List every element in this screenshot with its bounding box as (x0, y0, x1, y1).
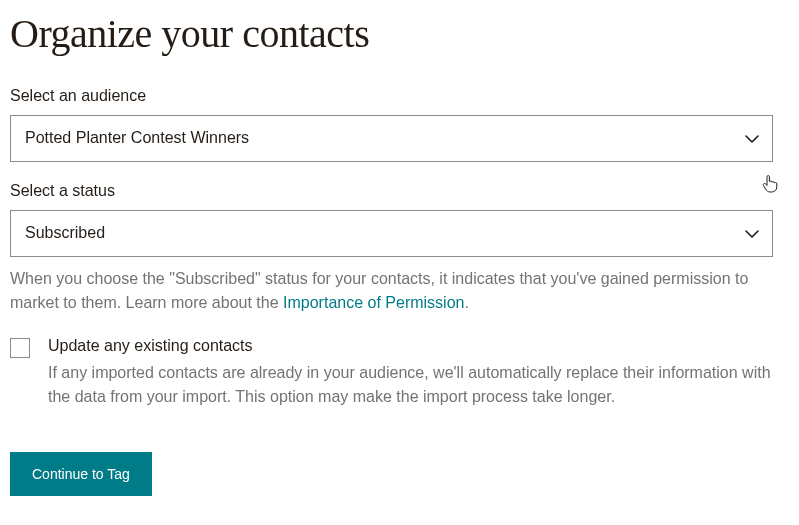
status-select-wrapper: Subscribed (10, 210, 773, 257)
audience-select[interactable]: Potted Planter Contest Winners (10, 115, 773, 162)
audience-select-wrapper: Potted Planter Contest Winners (10, 115, 773, 162)
status-select-value: Subscribed (25, 224, 105, 241)
update-existing-row: Update any existing contacts If any impo… (10, 337, 789, 411)
update-existing-checkbox[interactable] (10, 338, 30, 358)
status-select[interactable]: Subscribed (10, 210, 773, 257)
update-existing-description: If any imported contacts are already in … (48, 364, 771, 406)
audience-field: Select an audience Potted Planter Contes… (10, 87, 789, 162)
page-title: Organize your contacts (10, 10, 789, 57)
status-label: Select a status (10, 182, 789, 200)
importance-of-permission-link[interactable]: Importance of Permission (283, 294, 464, 311)
audience-label: Select an audience (10, 87, 789, 105)
status-field: Select a status Subscribed When you choo… (10, 182, 789, 315)
audience-select-value: Potted Planter Contest Winners (25, 129, 249, 146)
continue-to-tag-button[interactable]: Continue to Tag (10, 452, 152, 496)
update-existing-label: Update any existing contacts (48, 337, 789, 355)
update-existing-content: Update any existing contacts If any impo… (48, 337, 789, 411)
status-helper-suffix: . (464, 294, 468, 311)
status-helper-text: When you choose the "Subscribed" status … (10, 267, 773, 315)
